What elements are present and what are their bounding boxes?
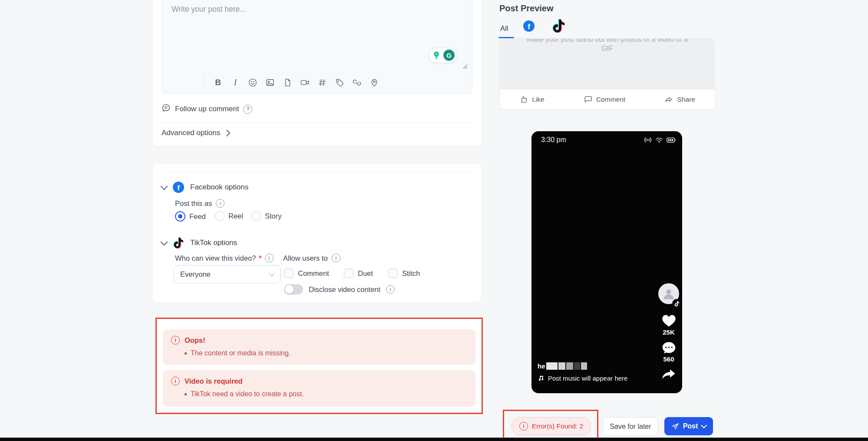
help-icon[interactable] [243, 105, 252, 114]
battery-icon [667, 137, 676, 143]
checkbox-icon[interactable] [344, 269, 353, 278]
post-text-input[interactable]: Write your post here... [162, 0, 472, 94]
radio-story[interactable]: Story [251, 211, 282, 221]
italic-icon[interactable] [230, 77, 241, 88]
preview-tab-facebook[interactable] [523, 20, 535, 32]
facebook-preview-actions: Like Comment Share [500, 90, 715, 109]
radio-selected-icon[interactable] [175, 211, 185, 222]
share-icon [664, 95, 673, 104]
post-this-as-text: Post this as [175, 199, 212, 208]
chevron-down-icon [161, 239, 168, 246]
comment-icon [584, 95, 592, 104]
save-for-later-button[interactable]: Save for later [603, 417, 658, 436]
post-button[interactable]: Post [664, 417, 713, 435]
error-alert-content: Oops! The content or media is missing. [163, 329, 475, 365]
media-hint-line2: GIF [500, 44, 715, 53]
error-info-icon [171, 377, 180, 385]
checkbox-icon[interactable] [284, 269, 294, 278]
error-alert-title: Oops! [185, 336, 205, 345]
radio-icon[interactable] [251, 211, 261, 221]
required-asterisk: * [259, 254, 261, 262]
error-count-pill[interactable]: Error(s) Found: 2 [512, 417, 591, 435]
checkbox-comment[interactable]: Comment [284, 269, 329, 278]
redacted-block [574, 362, 580, 370]
redacted-block [566, 362, 573, 370]
error-alert-message: TikTok need a video to create a post. [185, 390, 467, 398]
tiktok-music-row: Post music will appear here [538, 375, 627, 382]
error-alert-title: Video is required [185, 377, 243, 385]
grammarly-icon[interactable] [443, 50, 455, 61]
radio-reel[interactable]: Reel [215, 211, 243, 221]
follow-up-comment-toggle[interactable]: Follow up comment [162, 103, 252, 115]
disclose-video-content-row: Disclose video content [284, 284, 395, 295]
who-can-view-value: Everyone [180, 270, 211, 279]
tiktok-options-header[interactable]: TikTok options [162, 237, 237, 249]
error-alert-video: Video is required TikTok need a video to… [163, 370, 475, 407]
allow-users-label: Allow users to [283, 254, 340, 262]
wifi-icon [655, 137, 663, 143]
facebook-options-title: Facebook options [190, 183, 248, 192]
textarea-resize-handle[interactable] [462, 63, 469, 70]
comment-count: 560 [658, 355, 679, 363]
tag-icon[interactable] [334, 77, 345, 88]
hotspot-icon [644, 136, 652, 143]
advanced-options-link[interactable]: Advanced options [162, 129, 229, 137]
comment-bubble-icon [662, 342, 676, 356]
image-icon[interactable] [265, 77, 275, 88]
checkbox-duet[interactable]: Duet [344, 269, 373, 278]
preview-tab-tiktok[interactable] [551, 19, 565, 33]
advanced-options-label: Advanced options [162, 129, 220, 137]
error-info-icon [519, 422, 528, 431]
writing-assistant-widget[interactable] [429, 47, 457, 63]
preview-like-action: Like [519, 95, 544, 104]
hashtag-icon[interactable] [317, 77, 327, 88]
phone-clock: 3:30 pm [541, 136, 566, 144]
info-icon[interactable] [216, 199, 224, 208]
preview-comment-action: Comment [584, 95, 625, 104]
error-count-label: Error(s) Found: 2 [532, 422, 583, 430]
thumbs-up-icon [519, 95, 528, 104]
post-this-as-label: Post this as [175, 199, 224, 208]
info-icon[interactable] [265, 254, 274, 262]
facebook-options-header[interactable]: Facebook options [162, 182, 248, 193]
preview-tab-all[interactable]: All [500, 24, 508, 33]
tiktok-username-row: he [538, 362, 587, 370]
divider [162, 172, 472, 172]
file-icon[interactable] [282, 77, 293, 88]
tiktok-icon [551, 19, 565, 33]
username-text: he [538, 362, 545, 370]
music-note-icon [538, 375, 544, 381]
network-options-card: Facebook options Post this as Feed Reel … [153, 164, 481, 302]
radio-icon[interactable] [215, 211, 224, 221]
info-icon[interactable] [332, 254, 340, 262]
phone-status-icons [644, 136, 676, 143]
tiktok-avatar-badge-icon [672, 299, 681, 308]
radio-feed[interactable]: Feed [175, 211, 206, 222]
chevron-down-icon [269, 270, 275, 276]
share-label: Share [677, 96, 695, 103]
checkbox-stitch[interactable]: Stitch [388, 269, 420, 278]
facebook-preview-card: Make your post stand out with photos or … [499, 38, 715, 109]
post-composer-page: Write your post here... [0, 0, 868, 441]
disclose-toggle[interactable] [284, 284, 303, 295]
errors-annotation-box: Oops! The content or media is missing. V… [155, 318, 483, 414]
follow-up-comment-label: Follow up comment [175, 105, 239, 113]
emoji-icon[interactable] [248, 77, 258, 88]
info-icon[interactable] [386, 285, 395, 294]
checkbox-icon[interactable] [388, 269, 398, 278]
link-icon[interactable] [352, 77, 362, 88]
facebook-preview-media-area: Make your post stand out with photos or … [500, 39, 715, 90]
allow-users-text: Allow users to [283, 254, 328, 262]
lightbulb-icon[interactable] [431, 50, 442, 60]
who-can-view-select[interactable]: Everyone [174, 265, 281, 283]
tiktok-options-title: TikTok options [190, 239, 237, 247]
composer-card: Write your post here... [153, 0, 481, 146]
location-icon[interactable] [369, 77, 380, 88]
facebook-icon [173, 182, 184, 193]
who-can-view-text: Who can view this video? [175, 254, 256, 262]
video-icon[interactable] [300, 77, 310, 88]
tiktok-preview-phone: 3:30 pm 25K 560 he [531, 131, 682, 393]
bold-icon[interactable] [213, 77, 223, 88]
person-icon [661, 286, 676, 301]
divider [162, 122, 472, 123]
